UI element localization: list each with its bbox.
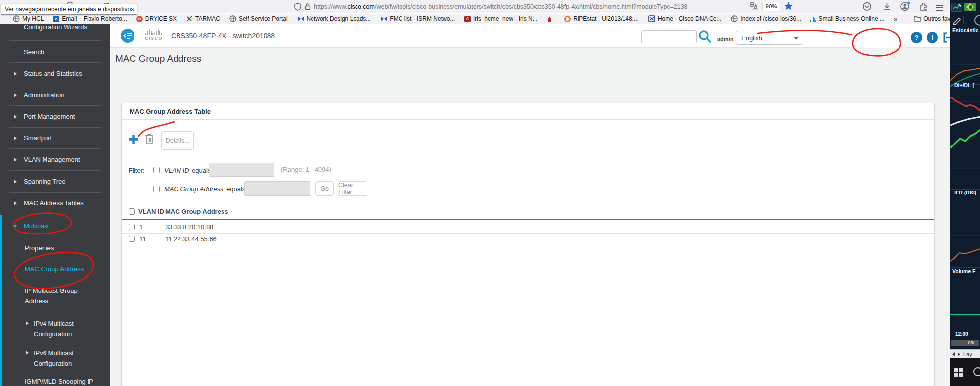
bookmarks-overflow-chevron[interactable]: » [894, 15, 897, 23]
device-title: CBS350-48FP-4X - switch201088 [171, 32, 275, 40]
table-header-underline [122, 219, 934, 220]
bookmark-item[interactable]: iris_home_new - Iris N... [464, 15, 537, 22]
bookmark-star-icon[interactable] [784, 1, 793, 11]
taskbar-search-icon[interactable] [972, 366, 980, 379]
tracking-shield-icon[interactable] [294, 3, 301, 11]
chart-mode-button[interactable] [951, 3, 962, 12]
bookmark-item[interactable] [547, 16, 555, 22]
bookmark-item[interactable]: sx DRYiCE SX [136, 15, 177, 22]
expand-arrow-icon [14, 72, 17, 76]
row-checkbox[interactable] [129, 224, 135, 230]
language-select[interactable]: English [736, 31, 802, 45]
delete-trash-icon[interactable] [144, 133, 154, 145]
go-button[interactable]: Go [315, 181, 334, 196]
layout-tab[interactable]: Lay [963, 351, 972, 357]
expand-arrow-icon [14, 201, 17, 205]
sidebar-item-ip-multicast-group-address[interactable]: IP Multicast Group Address [0, 286, 110, 306]
time-axis-label: 12:00 [955, 331, 968, 337]
column-header-mac: MAC Group Address [165, 208, 228, 215]
sidebar-item-ipv6-multicast-configuration[interactable]: IPv6 Multicast Configuration [0, 348, 110, 369]
ripestat-icon [564, 16, 571, 22]
account-icon[interactable] [900, 1, 910, 12]
sidebar-item-vlan-management[interactable]: VLAN Management [0, 155, 110, 165]
url-text[interactable]: https://www.cisco.com/web/fw/tools/cisco… [314, 3, 688, 10]
select-all-checkbox[interactable] [129, 208, 135, 215]
filter-label: Filter: [129, 167, 145, 174]
collapse-arrow-icon [13, 225, 17, 228]
bookmark-item[interactable]: Index of /cisco-ios/36... [731, 15, 801, 22]
tab-next-icon[interactable] [958, 352, 960, 356]
folder-icon [914, 15, 921, 22]
vlan-filter-checkbox[interactable] [153, 167, 160, 173]
indicator-label-di: DI+/DI- [ [954, 82, 974, 88]
download-icon[interactable] [882, 2, 891, 11]
bookmark-item[interactable]: My HCL [13, 15, 44, 22]
help-button[interactable]: ? [911, 32, 922, 43]
sidebar-item-administration[interactable]: Administration [0, 90, 110, 100]
add-icon[interactable] [129, 134, 138, 144]
tarmac-icon [186, 15, 193, 22]
webex-bowtie-icon [297, 15, 304, 22]
bookmarks-bar: My HCL o Email – Flavio Roberto... sx DR… [0, 14, 950, 24]
vlan-id-filter-input[interactable] [209, 163, 274, 177]
header-search-input[interactable] [641, 30, 697, 43]
globe-icon [13, 15, 20, 22]
screen: https://www.cisco.com/web/fw/tools/cisco… [0, 0, 980, 386]
tab-prev-icon[interactable] [952, 352, 955, 356]
globe-icon [229, 15, 236, 22]
sidebar-item-port-management[interactable]: Port Management [0, 112, 110, 122]
sidebar-item-properties[interactable]: Properties [0, 243, 110, 253]
details-button[interactable]: Details... [161, 131, 194, 150]
sidebar-item-smartport[interactable]: Smartport [0, 133, 110, 143]
bookmark-item[interactable]: Self Service Portal [229, 15, 288, 22]
sidebar-item-search[interactable]: Search [0, 48, 110, 57]
clear-filter-button[interactable]: Clear Filter [338, 181, 367, 196]
date-axis-pill: 08/ [951, 340, 979, 346]
collapse-menu-icon [123, 32, 132, 40]
sidebar-collapse-button[interactable] [121, 29, 134, 43]
sidebar-item-status-and-statistics[interactable]: Status and Statistics [0, 69, 110, 79]
sidebar-item-mac-address-tables[interactable]: MAC Address Tables [0, 198, 110, 208]
menu-icon[interactable] [936, 3, 943, 12]
row-checkbox[interactable] [129, 236, 135, 242]
mac-filter-checkbox[interactable] [153, 186, 160, 192]
browser-toolbar: https://www.cisco.com/web/fw/tools/cisco… [0, 0, 950, 13]
sidebar-item-spanning-tree[interactable]: Spanning Tree [0, 177, 110, 187]
column-header-vlan: VLAN ID [138, 208, 164, 215]
draw-pencil-icon[interactable] [952, 15, 962, 25]
translate-icon[interactable] [750, 2, 758, 11]
mac-group-address-panel: MAC Group Address Table Details... Filte… [121, 103, 935, 386]
sidebar-item-mac-group-address[interactable]: MAC Group Address [0, 264, 110, 274]
vlan-range-hint: (Range: 1 - 4094) [281, 166, 331, 173]
info-button[interactable]: i [927, 32, 938, 43]
pocket-icon[interactable] [862, 2, 872, 11]
expand-arrow-icon [14, 180, 17, 184]
bookmark-item[interactable]: RIPEstat - Ui2013/148.... [564, 15, 639, 22]
sidebar-item-configuration-wizards[interactable]: Configuration Wizards [0, 24, 110, 32]
bookmark-item[interactable]: Network Design Leads... [297, 15, 371, 22]
bookmark-item[interactable]: TARMAC [186, 15, 220, 22]
windows-start-icon[interactable] [954, 368, 963, 377]
sidebar-item-ipv4-multicast-configuration[interactable]: IPv4 Multicast Configuration [0, 318, 110, 339]
app-header: CISCO CBS350-48FP-4X - switch201088 admi… [110, 24, 950, 48]
expand-arrow-icon [14, 136, 17, 140]
filter-field-name: MAC Group Address [164, 185, 223, 193]
indicator-label-stochastic: Estocástic [952, 27, 979, 33]
mac-filter-input[interactable] [244, 181, 310, 196]
bookmark-item[interactable]: FMC list - ISRM Netwo... [380, 15, 455, 22]
expand-arrow-icon [14, 158, 17, 162]
zoom-level-button[interactable]: 90% [762, 2, 780, 11]
sidebar-item-igmp-mld-snooping[interactable]: IGMP/MLD Snooping IP [0, 377, 110, 386]
search-icon[interactable] [698, 30, 712, 43]
expand-arrow-icon [14, 115, 17, 119]
username-label: admin [717, 36, 733, 42]
bookmark-item[interactable]: Home - Cisco DNA Ce... [648, 15, 721, 22]
url-bar[interactable]: https://www.cisco.com/web/fw/tools/cisco… [294, 1, 796, 12]
bookmark-item[interactable]: o Email – Flavio Roberto... [53, 15, 127, 22]
bookmark-item[interactable]: Small Business Online ... [810, 15, 885, 22]
iris-icon [464, 16, 471, 22]
extensions-icon[interactable] [919, 2, 928, 11]
sidebar-item-multicast[interactable]: Multicast [0, 221, 110, 231]
brazil-flag-icon[interactable] [964, 3, 976, 11]
lock-icon [305, 3, 311, 10]
